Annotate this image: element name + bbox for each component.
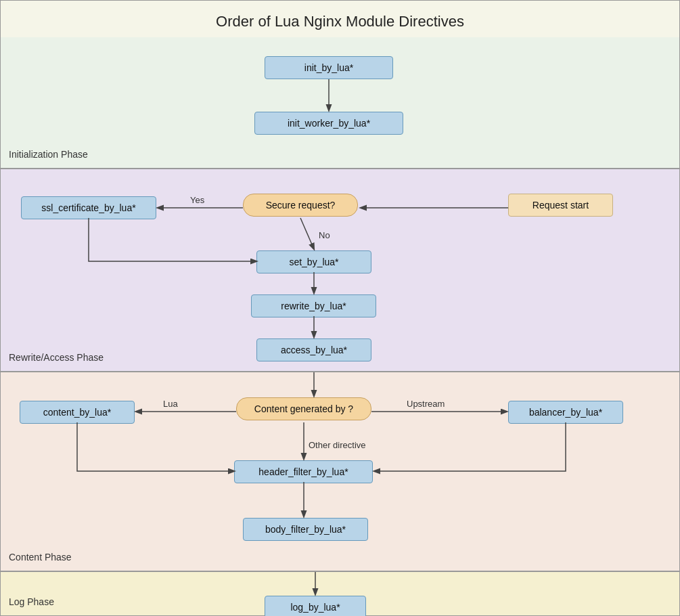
phase-rewrite: Rewrite/Access Phase ssl_certificate_by_… xyxy=(1,169,679,372)
node-balancer-by-lua: balancer_by_lua* xyxy=(508,401,623,424)
diagram-title: Order of Lua Nginx Module Directives xyxy=(1,1,679,37)
node-init-worker-by-lua: init_worker_by_lua* xyxy=(254,112,403,135)
svg-line-4 xyxy=(300,218,314,249)
node-content-gen: Content generated by ? xyxy=(236,397,371,420)
node-body-filter-by-lua: body_filter_by_lua* xyxy=(243,518,368,541)
phase-rewrite-label: Rewrite/Access Phase xyxy=(9,352,104,363)
node-set-by-lua: set_by_lua* xyxy=(256,250,371,273)
node-access-by-lua: access_by_lua* xyxy=(256,338,371,361)
phase-init-label: Initialization Phase xyxy=(9,149,88,160)
svg-text:No: No xyxy=(319,230,330,240)
node-header-filter-by-lua: header_filter_by_lua* xyxy=(234,460,373,483)
phase-content-label: Content Phase xyxy=(9,552,72,563)
node-request-start: Request start xyxy=(508,194,613,217)
phase-log-label: Log Phase xyxy=(9,596,54,607)
svg-text:Upstream: Upstream xyxy=(407,399,445,409)
svg-text:Lua: Lua xyxy=(163,399,178,409)
node-log-by-lua: log_by_lua* xyxy=(265,596,366,616)
node-secure-request: Secure request? xyxy=(243,194,358,217)
svg-text:Other directive: Other directive xyxy=(309,440,366,450)
phase-init: Initialization Phase init_by_lua* init_w… xyxy=(1,37,679,169)
node-content-by-lua: content_by_lua* xyxy=(20,401,135,424)
diagram-container: Order of Lua Nginx Module Directives Ini… xyxy=(0,0,680,616)
node-ssl-cert: ssl_certificate_by_lua* xyxy=(21,196,156,219)
phase-log: Log Phase log_by_lua* xyxy=(1,572,679,615)
svg-text:Yes: Yes xyxy=(190,195,205,205)
phase-content: Content Phase content_by_lua* Content ge… xyxy=(1,372,679,572)
node-init-by-lua: init_by_lua* xyxy=(265,56,393,79)
node-rewrite-by-lua: rewrite_by_lua* xyxy=(251,294,376,317)
